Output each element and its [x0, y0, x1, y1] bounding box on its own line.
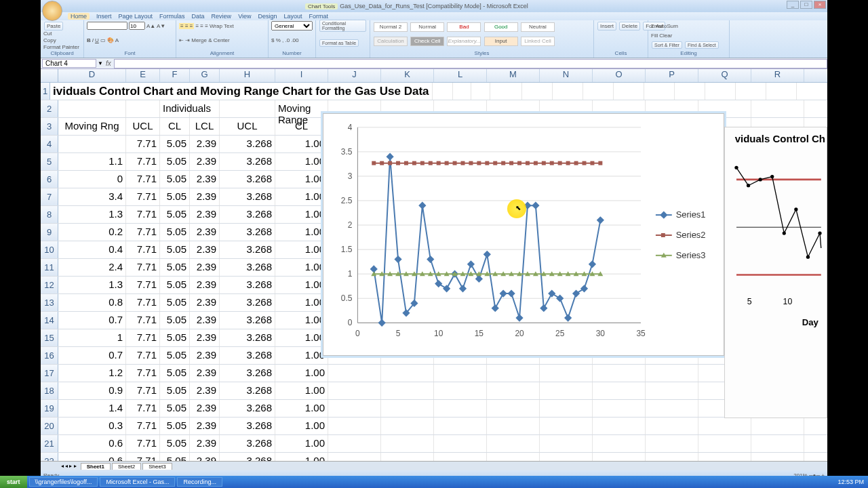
- cell[interactable]: [58, 136, 126, 152]
- cell[interactable]: 2.39: [190, 453, 220, 461]
- tab-review[interactable]: Review: [212, 13, 232, 20]
- row-header[interactable]: 4: [41, 136, 58, 152]
- cell[interactable]: 3.268: [220, 418, 275, 434]
- cell[interactable]: [593, 365, 646, 382]
- cell[interactable]: [487, 400, 540, 417]
- cell[interactable]: 3.268: [220, 153, 275, 170]
- cell[interactable]: [593, 382, 646, 399]
- cell[interactable]: LCL: [190, 118, 220, 135]
- cell[interactable]: 0.3: [58, 418, 126, 434]
- cell[interactable]: 3.268: [220, 382, 275, 399]
- autosum-button[interactable]: AutoSum: [656, 23, 678, 29]
- taskbar-item[interactable]: Recording...: [177, 477, 222, 487]
- column-header[interactable]: F: [160, 69, 190, 82]
- cell[interactable]: [540, 382, 593, 399]
- cell[interactable]: 2.39: [190, 294, 220, 311]
- cell[interactable]: [487, 435, 540, 452]
- cell[interactable]: [646, 365, 698, 382]
- cell[interactable]: 5.05: [160, 153, 190, 170]
- row-header[interactable]: 22: [41, 453, 58, 461]
- cell[interactable]: [453, 83, 471, 100]
- column-header[interactable]: O: [593, 69, 646, 82]
- cell[interactable]: 5.05: [160, 224, 190, 241]
- cell[interactable]: 7.71: [126, 400, 160, 417]
- font-size-select[interactable]: [129, 22, 145, 30]
- column-header[interactable]: P: [646, 69, 698, 82]
- cell[interactable]: 3.268: [220, 171, 275, 188]
- fx-icon[interactable]: fx: [106, 60, 111, 67]
- cell[interactable]: 1.00: [275, 171, 328, 188]
- cell[interactable]: 5.05: [160, 418, 190, 434]
- column-header[interactable]: K: [381, 69, 434, 82]
- cell[interactable]: 3.268: [220, 136, 275, 152]
- cell[interactable]: [434, 418, 487, 434]
- row-header[interactable]: 21: [41, 435, 58, 452]
- cell[interactable]: 5.05: [160, 347, 190, 364]
- cell[interactable]: 1.00: [275, 312, 328, 329]
- tab-home[interactable]: Home: [68, 13, 90, 20]
- cell[interactable]: [644, 83, 675, 100]
- cell[interactable]: [487, 365, 540, 382]
- row-header[interactable]: 18: [41, 382, 58, 399]
- cell[interactable]: 7.71: [126, 329, 160, 346]
- cell[interactable]: 2.4: [58, 259, 126, 276]
- sheet-tab[interactable]: Sheet2: [112, 463, 141, 470]
- cell[interactable]: 2.39: [190, 382, 220, 399]
- cell[interactable]: 7.71: [126, 382, 160, 399]
- cell[interactable]: 7.71: [126, 206, 160, 223]
- tab-data[interactable]: Data: [192, 13, 205, 20]
- cell[interactable]: [126, 100, 160, 117]
- cell[interactable]: Moving Range: [275, 100, 328, 117]
- column-header[interactable]: E: [126, 69, 160, 82]
- cell[interactable]: 1.00: [275, 418, 328, 434]
- cell[interactable]: [328, 435, 381, 452]
- tab-formulas[interactable]: Formulas: [159, 13, 185, 20]
- cell[interactable]: 3.268: [220, 294, 275, 311]
- cell[interactable]: [434, 382, 487, 399]
- tab-page-layout[interactable]: Page Layout: [119, 13, 153, 20]
- cell[interactable]: [487, 453, 540, 461]
- style-linked-cell[interactable]: Linked Cell: [521, 37, 555, 46]
- cell[interactable]: 3.268: [220, 312, 275, 329]
- fill-button[interactable]: Fill: [651, 33, 658, 39]
- cell[interactable]: [381, 382, 434, 399]
- style-good[interactable]: Good: [484, 22, 518, 32]
- tab-design[interactable]: Design: [258, 13, 277, 20]
- paste-button[interactable]: Paste: [44, 22, 63, 30]
- cell[interactable]: 5.05: [160, 312, 190, 329]
- cell[interactable]: [766, 83, 797, 100]
- cell[interactable]: [381, 418, 434, 434]
- cell[interactable]: 7.71: [126, 277, 160, 293]
- cell[interactable]: [434, 365, 487, 382]
- cell[interactable]: [751, 418, 804, 434]
- cell[interactable]: [540, 400, 593, 417]
- cell[interactable]: 3.268: [220, 259, 275, 276]
- cell[interactable]: [381, 400, 434, 417]
- cell[interactable]: 3.268: [220, 206, 275, 223]
- cell[interactable]: 1.00: [275, 382, 328, 399]
- cell[interactable]: 2.39: [190, 365, 220, 382]
- cell[interactable]: 1.00: [275, 188, 328, 205]
- cell[interactable]: 2.39: [190, 206, 220, 223]
- tab-view[interactable]: View: [238, 13, 251, 20]
- column-header[interactable]: R: [751, 69, 804, 82]
- format-painter-button[interactable]: Format Painter: [43, 44, 79, 50]
- cell[interactable]: [381, 365, 434, 382]
- cell[interactable]: 1.00: [275, 435, 328, 452]
- cell[interactable]: 2.39: [190, 153, 220, 170]
- cell[interactable]: [540, 453, 593, 461]
- taskbar-item[interactable]: Microsoft Excel - Gas...: [100, 477, 175, 487]
- cell[interactable]: 5.05: [160, 259, 190, 276]
- cell[interactable]: 1: [58, 329, 126, 346]
- cell[interactable]: 7.71: [126, 188, 160, 205]
- cell[interactable]: 0.9: [58, 382, 126, 399]
- style-bad[interactable]: Bad: [447, 22, 481, 32]
- cell[interactable]: [736, 83, 766, 100]
- merge-center-button[interactable]: Merge & Center: [191, 37, 229, 43]
- select-all-corner[interactable]: [41, 69, 58, 82]
- cell[interactable]: 3.268: [220, 400, 275, 417]
- cell[interactable]: 3.268: [220, 329, 275, 346]
- cell[interactable]: 2.39: [190, 224, 220, 241]
- cell[interactable]: 0.2: [58, 224, 126, 241]
- row-header[interactable]: 12: [41, 277, 58, 293]
